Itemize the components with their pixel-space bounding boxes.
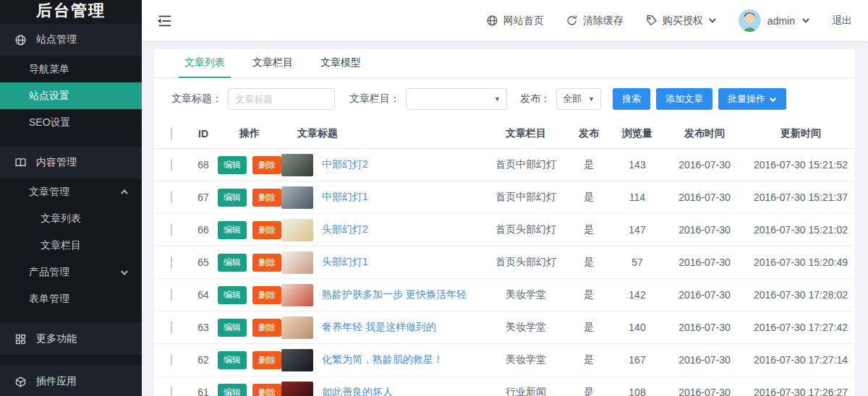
topbar: 网站首页 清除缓存 购买授权 admin (142, 0, 868, 41)
edit-button[interactable]: 编辑 (218, 189, 247, 207)
article-title-link[interactable]: 如此善良的坏人 (322, 386, 393, 396)
cell-views: 114 (612, 191, 663, 203)
edit-button[interactable]: 编辑 (218, 286, 247, 304)
search-button[interactable]: 搜索 (613, 88, 650, 110)
logout-label: 退出 (832, 14, 852, 27)
article-title-link[interactable]: 头部幻灯1 (322, 256, 368, 269)
publish-filter-select[interactable]: 全部 ▼ (556, 88, 601, 110)
edit-button[interactable]: 编辑 (218, 384, 247, 396)
article-title-link[interactable]: 化繁为简，熟龄肌的救星！ (322, 353, 443, 366)
sidebar-item-9[interactable]: 表单管理 (0, 285, 142, 312)
sidebar-item-10[interactable]: 更多功能 (0, 323, 142, 355)
cell-title: 头部幻灯2 (281, 219, 486, 241)
select-all-checkbox[interactable] (171, 127, 172, 140)
column-header-5: 浏览量 (612, 127, 663, 140)
article-thumbnail (281, 382, 313, 396)
delete-button[interactable]: 删除 (252, 286, 281, 304)
sidebar-item-2[interactable]: 站点设置 (0, 82, 142, 109)
cell-update-time: 2016-07-30 15:20:49 (746, 257, 855, 268)
cell-views: 140 (612, 322, 663, 333)
cell-publish-date: 2016-07-30 (663, 257, 746, 268)
delete-button[interactable]: 删除 (252, 156, 281, 174)
cell-id: 68 (189, 159, 218, 171)
batch-actions-button[interactable]: 批量操作 (718, 88, 786, 110)
cell-actions: 编辑删除 (218, 156, 281, 174)
cell-title: 头部幻灯1 (281, 251, 486, 274)
row-checkbox[interactable] (171, 354, 172, 366)
article-title-link[interactable]: 奢养年轻 我是这样做到的 (322, 321, 436, 334)
row-checkbox[interactable] (171, 159, 172, 171)
cell-checkbox (154, 159, 189, 171)
cell-publish-date: 2016-07-30 (663, 159, 746, 171)
article-thumbnail (281, 219, 313, 241)
add-article-button[interactable]: 添加文章 (656, 88, 712, 110)
edit-button[interactable]: 编辑 (218, 351, 247, 369)
sidebar-item-8[interactable]: 产品管理 (0, 259, 142, 285)
sidebar-item-7[interactable]: 文章栏目 (0, 232, 142, 259)
column-header-7: 更新时间 (746, 127, 855, 140)
sidebar-item-0[interactable]: 站点管理 (0, 24, 142, 56)
delete-button[interactable]: 删除 (252, 254, 281, 272)
cell-views: 167 (612, 354, 663, 366)
category-filter-select[interactable]: ▼ (406, 88, 507, 110)
article-title-link[interactable]: 中部幻灯1 (322, 191, 368, 204)
delete-button[interactable]: 删除 (252, 319, 281, 337)
clear-cache-label: 清除缓存 (583, 14, 624, 27)
sidebar-item-5[interactable]: 文章管理 (0, 178, 142, 205)
tab-1[interactable]: 文章栏目 (251, 56, 294, 77)
cell-title: 如此善良的坏人 (281, 382, 486, 396)
edit-button[interactable]: 编辑 (218, 156, 247, 174)
cube-icon (14, 376, 27, 388)
article-thumbnail (281, 349, 313, 371)
site-home-button[interactable]: 网站首页 (486, 14, 544, 27)
cell-publish-date: 2016-07-30 (663, 387, 746, 396)
delete-button[interactable]: 删除 (252, 384, 281, 396)
delete-button[interactable]: 删除 (252, 221, 281, 239)
cell-title: 化繁为简，熟龄肌的救星！ (281, 349, 486, 371)
tab-0[interactable]: 文章列表 (183, 56, 226, 77)
clear-cache-button[interactable]: 清除缓存 (566, 14, 624, 27)
edit-button[interactable]: 编辑 (218, 319, 247, 337)
sidebar-item-3[interactable]: SEO设置 (0, 109, 142, 136)
table-row: 68编辑删除中部幻灯2首页中部幻灯是1432016-07-302016-07-3… (154, 149, 855, 181)
edit-button[interactable]: 编辑 (218, 221, 247, 239)
cell-views: 147 (612, 224, 663, 236)
article-title-link[interactable]: 头部幻灯2 (322, 223, 368, 236)
content: 文章列表文章栏目文章模型 文章标题： 文章栏目： ▼ 发布： 全部 ▼ 搜索 (142, 41, 868, 396)
edit-button[interactable]: 编辑 (218, 254, 247, 272)
article-thumbnail (281, 251, 313, 274)
row-checkbox[interactable] (171, 387, 172, 396)
cell-checkbox (154, 289, 189, 301)
sidebar-collapse-icon[interactable] (156, 14, 172, 28)
row-checkbox[interactable] (171, 289, 172, 301)
article-title-link[interactable]: 熟龄护肤多加一步 更快焕活年轻 (322, 288, 467, 301)
sidebar-item-6[interactable]: 文章列表 (0, 205, 142, 232)
row-checkbox[interactable] (171, 191, 172, 203)
cell-published: 是 (566, 386, 612, 396)
article-title-link[interactable]: 中部幻灯2 (322, 158, 368, 171)
cell-views: 142 (612, 289, 663, 301)
cell-publish-date: 2016-07-30 (663, 322, 746, 333)
sidebar-item-label: 内容管理 (36, 156, 77, 169)
delete-button[interactable]: 删除 (252, 351, 281, 369)
sidebar-item-11[interactable]: 插件应用 (0, 366, 142, 396)
column-header-0: ID (189, 128, 218, 139)
sidebar-item-label: 表单管理 (29, 293, 69, 306)
logout-button[interactable]: 退出 (832, 14, 852, 27)
book-icon (14, 157, 27, 169)
sidebar-item-label: 文章栏目 (41, 239, 81, 252)
sidebar-item-1[interactable]: 导航菜单 (0, 56, 142, 82)
sidebar-item-4[interactable]: 内容管理 (0, 147, 142, 178)
avatar (739, 9, 761, 32)
add-article-label: 添加文章 (665, 92, 703, 106)
user-menu[interactable]: admin (739, 9, 810, 32)
tab-2[interactable]: 文章模型 (319, 56, 362, 77)
buy-license-button[interactable]: 购买授权 (645, 14, 717, 27)
cell-title: 奢养年轻 我是这样做到的 (281, 317, 486, 339)
row-checkbox[interactable] (171, 322, 172, 333)
row-checkbox[interactable] (171, 257, 172, 268)
cell-published: 是 (566, 256, 612, 269)
delete-button[interactable]: 删除 (252, 189, 281, 207)
title-filter-input[interactable] (228, 88, 335, 110)
row-checkbox[interactable] (171, 224, 172, 236)
